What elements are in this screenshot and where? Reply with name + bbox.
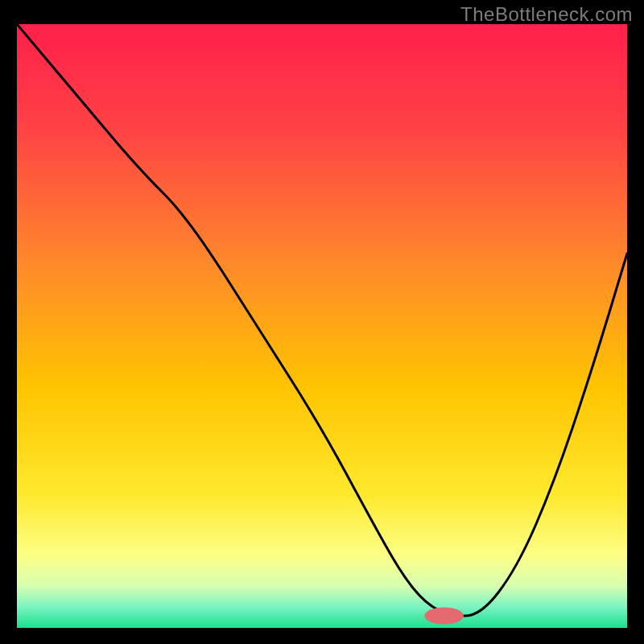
watermark-text: TheBottleneck.com: [460, 3, 633, 26]
chart-svg: [17, 24, 627, 628]
gradient-background: [17, 24, 627, 628]
optimal-point-marker: [424, 608, 464, 625]
chart-frame: TheBottleneck.com: [0, 0, 644, 644]
chart-plot-area: [17, 24, 627, 628]
